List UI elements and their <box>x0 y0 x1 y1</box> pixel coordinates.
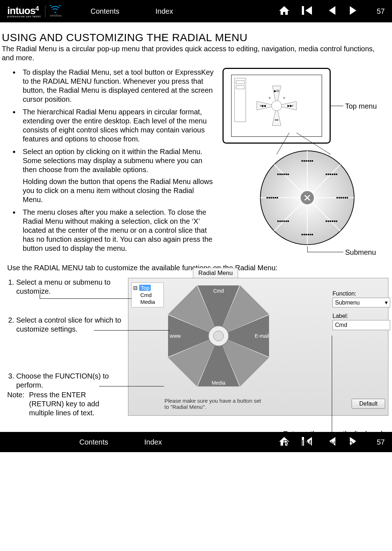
brand-name: intuos <box>7 5 35 16</box>
svg-text:▪▪▪▪▪▪: ▪▪▪▪▪▪ <box>266 194 278 201</box>
next-page-icon[interactable] <box>348 5 359 17</box>
note-body: Press the ENTER (RETURN) key to add mult… <box>29 390 114 417</box>
svg-text:▪▪▪▪▪▪: ▪▪▪▪▪▪ <box>277 218 289 224</box>
default-button[interactable]: Default <box>352 399 385 409</box>
bullet-4: The menu closes after you make a selecti… <box>20 208 215 253</box>
prev-page-icon[interactable] <box>326 5 337 17</box>
home-icon[interactable] <box>278 5 290 17</box>
svg-text:+: + <box>269 96 271 100</box>
contents-link[interactable]: Contents <box>91 7 119 16</box>
contents-link-bottom[interactable]: Contents <box>79 438 108 446</box>
brand-suffix: 4 <box>35 5 39 12</box>
tree-item-media[interactable]: Media <box>140 298 162 306</box>
wifi-icon <box>50 5 62 13</box>
svg-text:▪▪▪▪▪▪: ▪▪▪▪▪▪ <box>301 158 313 164</box>
svg-text:Cmd: Cmd <box>213 288 224 294</box>
top-menu-diagram: ▶/II I◀◀ ▶▶I ••• + + <box>223 68 331 144</box>
radial-menu-tab[interactable]: Radial Menu <box>193 268 238 278</box>
svg-text:I◀◀: I◀◀ <box>260 104 266 108</box>
svg-text:▪▪▪▪▪▪: ▪▪▪▪▪▪ <box>336 194 348 201</box>
steps-list: Select a menu or submenu to customize. S… <box>7 278 123 390</box>
page-title: USING AND CUSTOMIZING THE RADIAL MENU <box>2 31 388 44</box>
intro-text: The Radial Menu is a circular pop-up men… <box>2 44 388 62</box>
svg-text:▪▪▪▪▪▪: ▪▪▪▪▪▪ <box>325 171 338 177</box>
label-input[interactable]: Cmd <box>332 320 390 330</box>
radial-slice-editor[interactable]: Cmd www E-mail Media <box>163 280 274 392</box>
brand-tagline: professional pen tablet <box>7 15 41 18</box>
svg-text:▪▪▪▪▪▪: ▪▪▪▪▪▪ <box>301 231 313 237</box>
step-2: Select a control slice for which to cust… <box>16 316 123 334</box>
radial-mini-icon: ▶/II I◀◀ ▶▶I ••• + + <box>253 82 300 129</box>
bullet-1: To display the Radial Menu, set a tool b… <box>20 68 215 104</box>
bullet-2: The hierarchical Radial Menu appears in … <box>20 108 215 144</box>
tree-root[interactable]: Top <box>139 285 151 291</box>
svg-text:▶/II: ▶/II <box>274 89 279 93</box>
svg-text:•••: ••• <box>275 118 279 122</box>
function-dropdown[interactable]: Submenu ▾ <box>332 298 390 307</box>
radial-hint-message: Please make sure you have a button set t… <box>164 398 265 410</box>
svg-text:▪▪▪▪▪▪: ▪▪▪▪▪▪ <box>325 218 338 224</box>
note-label: Note: <box>7 390 27 399</box>
note: Note: Press the ENTER (RETURN) key to ad… <box>7 390 123 417</box>
step-1: Select a menu or submenu to customize. <box>16 278 123 296</box>
svg-text:▶▶I: ▶▶I <box>287 104 294 108</box>
submenu-label: Submenu <box>345 248 376 257</box>
tree-item-cmd[interactable]: Cmd <box>140 292 162 299</box>
svg-point-27 <box>213 331 224 341</box>
menu-tree[interactable]: ⊟ Top Cmd Media <box>131 283 164 307</box>
page-number-top: 57 <box>377 7 385 16</box>
brand-logo: intuos4 professional pen tablet wireless <box>7 5 62 18</box>
top-toolbar: intuos4 professional pen tablet wireless… <box>0 0 392 22</box>
bullet-3: Select an option by clicking on it withi… <box>20 147 215 204</box>
index-link[interactable]: Index <box>155 7 173 16</box>
svg-text:+: + <box>283 96 285 100</box>
submenu-diagram: ▪▪▪▪▪▪▪▪▪▪▪▪ ▪▪▪▪▪▪▪▪▪▪▪▪ ▪▪▪▪▪▪▪▪▪▪▪▪ ▪… <box>259 149 356 246</box>
svg-text:Media: Media <box>212 380 225 386</box>
default-callout: Returns the currently displayed Radial M… <box>283 429 384 452</box>
svg-text:▪▪▪▪▪▪: ▪▪▪▪▪▪ <box>277 171 289 177</box>
radial-menu-settings-screenshot: Radial Menu ⊟ Top Cmd Media <box>128 278 388 417</box>
svg-text:www: www <box>169 333 181 339</box>
chevron-down-icon: ▾ <box>385 299 388 306</box>
bullet-3-sub: Holding down the button that opens the R… <box>23 177 215 204</box>
step-3: Choose the FUNCTION(s) to perform. <box>16 372 123 390</box>
first-page-icon[interactable] <box>301 5 316 17</box>
svg-text:E-mail: E-mail <box>255 333 269 339</box>
svg-rect-0 <box>302 6 304 15</box>
function-label: Function: <box>332 290 390 297</box>
svg-point-1 <box>272 101 282 111</box>
top-menu-label: Top menu <box>345 102 377 110</box>
label-label: Label: <box>332 313 390 319</box>
wireless-label: wireless <box>50 14 62 17</box>
index-link-bottom[interactable]: Index <box>144 438 162 446</box>
bullet-list: To display the Radial Menu, set a tool b… <box>2 68 215 253</box>
